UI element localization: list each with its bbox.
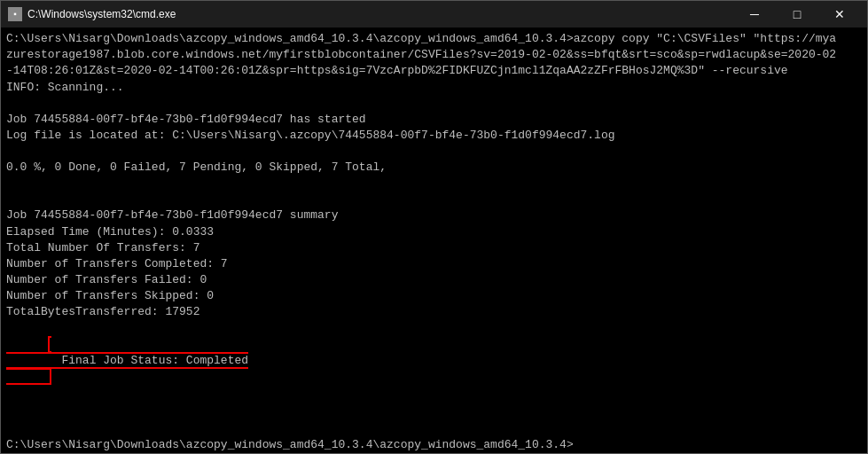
- minimize-button[interactable]: ─: [734, 1, 775, 27]
- terminal-line-19: Final Job Status: Completed: [6, 321, 862, 402]
- cmd-icon: ▪: [8, 7, 22, 21]
- terminal-line-18: TotalBytesTransferred: 17952: [6, 304, 862, 320]
- terminal-line-14: Total Number Of Transfers: 7: [6, 240, 862, 256]
- terminal-line-3: -14T08:26:01Z&st=2020-02-14T00:26:01Z&sp…: [6, 63, 862, 79]
- final-status-text: Final Job Status: Completed: [61, 354, 248, 367]
- terminal-line-6: Job 74455884-00f7-bf4e-73b0-f1d0f994ecd7…: [6, 112, 862, 128]
- terminal-body[interactable]: C:\Users\Nisarg\Downloads\azcopy_windows…: [1, 27, 867, 453]
- empty-line-11: [6, 192, 862, 207]
- terminal-line-7: Log file is located at: C:\Users\Nisarg\…: [6, 128, 862, 144]
- terminal-line-12: Job 74455884-00f7-bf4e-73b0-f1d0f994ecd7…: [6, 207, 862, 223]
- terminal-line-2: zurestorage1987.blob.core.windows.net/my…: [6, 47, 862, 63]
- final-status-highlighted: Final Job Status: Completed: [6, 336, 248, 385]
- empty-line-8: [6, 144, 862, 160]
- terminal-line-16: Number of Transfers Failed: 0: [6, 272, 862, 288]
- close-button[interactable]: ✕: [819, 1, 860, 27]
- terminal-line-9: 0.0 %, 0 Done, 0 Failed, 7 Pending, 0 Sk…: [6, 160, 862, 176]
- terminal-line-15: Number of Transfers Completed: 7: [6, 256, 862, 272]
- cmd-window: ▪ C:\Windows\system32\cmd.exe ─ □ ✕ C:\U…: [0, 0, 868, 454]
- title-bar-left: ▪ C:\Windows\system32\cmd.exe: [8, 7, 176, 21]
- maximize-button[interactable]: □: [777, 1, 817, 27]
- title-bar: ▪ C:\Windows\system32\cmd.exe ─ □ ✕: [1, 1, 867, 27]
- empty-line-10: [6, 176, 862, 192]
- terminal-line-1: C:\Users\Nisarg\Downloads\azcopy_windows…: [6, 31, 862, 47]
- window-controls: ─ □ ✕: [734, 1, 860, 27]
- terminal-line-4: INFO: Scanning...: [6, 80, 862, 96]
- empty-line-20: [6, 402, 862, 418]
- empty-line-21: [6, 418, 862, 434]
- terminal-line-13: Elapsed Time (Minutes): 0.0333: [6, 224, 862, 240]
- window-title: C:\Windows\system32\cmd.exe: [27, 8, 176, 20]
- terminal-prompt: C:\Users\Nisarg\Downloads\azcopy_windows…: [6, 437, 862, 453]
- terminal-line-17: Number of Transfers Skipped: 0: [6, 288, 862, 304]
- empty-line-5: [6, 96, 862, 112]
